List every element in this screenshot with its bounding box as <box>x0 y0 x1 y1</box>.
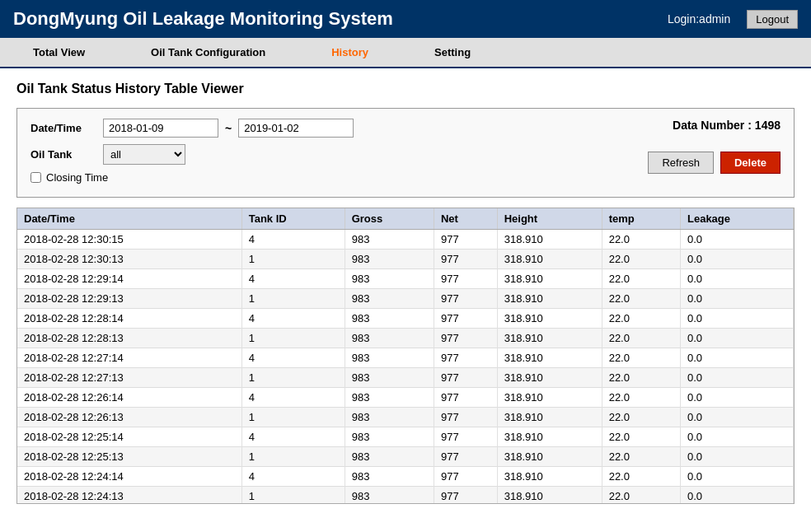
table-cell: 977 <box>434 230 497 250</box>
table-cell: 2018-02-28 12:30:13 <box>17 250 241 269</box>
filter-actions: Refresh Delete <box>648 152 781 174</box>
table-cell: 1 <box>241 289 345 309</box>
table-cell: 318.910 <box>497 467 602 487</box>
col-header-net: Net <box>434 208 497 230</box>
table-cell: 4 <box>241 388 345 408</box>
app-title: DongMyung Oil Leakage Monitoring System <box>13 8 393 30</box>
table-row: 2018-02-28 12:29:131983977318.91022.00.0 <box>17 289 794 309</box>
table-cell: 1 <box>241 368 345 388</box>
login-info: Login:admin <box>668 12 730 26</box>
oil-tank-row: Oil Tank all 1 2 3 4 <box>30 144 616 165</box>
table-cell: 977 <box>434 368 497 388</box>
table-cell: 977 <box>434 348 497 368</box>
table-cell: 977 <box>434 289 497 309</box>
table-cell: 1 <box>241 250 345 269</box>
table-cell: 0.0 <box>680 467 793 487</box>
table-cell: 22.0 <box>602 230 680 250</box>
table-cell: 0.0 <box>680 329 793 348</box>
table-cell: 22.0 <box>602 269 680 289</box>
oil-tank-select[interactable]: all 1 2 3 4 <box>103 144 185 165</box>
table-cell: 2018-02-28 12:27:14 <box>17 348 241 368</box>
table-cell: 2018-02-28 12:27:13 <box>17 368 241 388</box>
table-row: 2018-02-28 12:26:131983977318.91022.00.0 <box>17 408 794 427</box>
table-row: 2018-02-28 12:30:131983977318.91022.00.0 <box>17 250 794 269</box>
table-cell: 2018-02-28 12:24:14 <box>17 467 241 487</box>
table-cell: 318.910 <box>497 447 602 467</box>
table-cell: 4 <box>241 230 345 250</box>
table-cell: 2018-02-28 12:30:15 <box>17 230 241 250</box>
table-cell: 983 <box>345 289 434 309</box>
table-cell: 22.0 <box>602 309 680 329</box>
table-cell: 318.910 <box>497 289 602 309</box>
history-table-wrapper[interactable]: Date/Time Tank ID Gross Net Height temp … <box>16 208 795 504</box>
table-cell: 977 <box>434 427 497 447</box>
table-row: 2018-02-28 12:24:144983977318.91022.00.0 <box>17 467 794 487</box>
table-cell: 977 <box>434 467 497 487</box>
navigation: Total View Oil Tank Configuration Histor… <box>0 38 811 68</box>
table-cell: 2018-02-28 12:26:13 <box>17 408 241 427</box>
history-table: Date/Time Tank ID Gross Net Height temp … <box>17 208 794 504</box>
table-cell: 0.0 <box>680 289 793 309</box>
table-header-row: Date/Time Tank ID Gross Net Height temp … <box>17 208 794 230</box>
nav-item-setting[interactable]: Setting <box>401 38 504 67</box>
table-row: 2018-02-28 12:25:144983977318.91022.00.0 <box>17 427 794 447</box>
logout-button[interactable]: Logout <box>747 10 798 29</box>
col-header-gross: Gross <box>345 208 434 230</box>
table-cell: 318.910 <box>497 269 602 289</box>
table-cell: 22.0 <box>602 447 680 467</box>
table-cell: 2018-02-28 12:28:14 <box>17 309 241 329</box>
col-header-temp: temp <box>602 208 680 230</box>
table-cell: 4 <box>241 348 345 368</box>
col-header-tank-id: Tank ID <box>241 208 345 230</box>
date-from-input[interactable] <box>103 119 218 138</box>
table-cell: 977 <box>434 309 497 329</box>
table-cell: 22.0 <box>602 348 680 368</box>
table-cell: 977 <box>434 408 497 427</box>
table-cell: 983 <box>345 230 434 250</box>
table-cell: 2018-02-28 12:25:14 <box>17 427 241 447</box>
data-number-row: Data Number : 1498 <box>669 119 781 132</box>
table-row: 2018-02-28 12:30:154983977318.91022.00.0 <box>17 230 794 250</box>
table-cell: 983 <box>345 487 434 505</box>
table-cell: 977 <box>434 487 497 505</box>
table-cell: 22.0 <box>602 289 680 309</box>
table-cell: 4 <box>241 309 345 329</box>
page-title: Oil Tank Status History Table Viewer <box>16 82 795 96</box>
table-cell: 318.910 <box>497 309 602 329</box>
data-number-label: Data Number <box>673 119 744 132</box>
table-cell: 22.0 <box>602 250 680 269</box>
table-cell: 983 <box>345 467 434 487</box>
table-cell: 0.0 <box>680 348 793 368</box>
table-cell: 0.0 <box>680 368 793 388</box>
table-body: 2018-02-28 12:30:154983977318.91022.00.0… <box>17 230 794 505</box>
date-to-input[interactable] <box>238 119 354 138</box>
table-cell: 318.910 <box>497 388 602 408</box>
nav-item-total-view[interactable]: Total View <box>0 38 118 67</box>
closing-time-checkbox[interactable] <box>30 172 41 183</box>
nav-item-history[interactable]: History <box>298 38 401 67</box>
nav-item-oil-tank-config[interactable]: Oil Tank Configuration <box>118 38 298 67</box>
delete-button[interactable]: Delete <box>720 152 781 174</box>
filter-right: Data Number : 1498 Refresh Delete <box>616 119 781 174</box>
table-cell: 1 <box>241 329 345 348</box>
table-cell: 22.0 <box>602 368 680 388</box>
table-row: 2018-02-28 12:28:131983977318.91022.00.0 <box>17 329 794 348</box>
table-cell: 983 <box>345 368 434 388</box>
table-cell: 4 <box>241 427 345 447</box>
table-cell: 0.0 <box>680 250 793 269</box>
filter-left: Date/Time ~ Oil Tank all 1 2 3 4 <box>30 119 616 187</box>
table-cell: 318.910 <box>497 487 602 505</box>
table-cell: 22.0 <box>602 427 680 447</box>
closing-time-row: Closing Time <box>30 171 616 184</box>
date-time-row: Date/Time ~ <box>30 119 616 138</box>
table-cell: 318.910 <box>497 408 602 427</box>
refresh-button[interactable]: Refresh <box>648 152 714 174</box>
table-cell: 977 <box>434 329 497 348</box>
table-cell: 318.910 <box>497 348 602 368</box>
table-cell: 318.910 <box>497 250 602 269</box>
table-row: 2018-02-28 12:24:131983977318.91022.00.0 <box>17 487 794 505</box>
date-time-label: Date/Time <box>30 122 96 134</box>
data-number-value: 1498 <box>755 119 781 132</box>
table-cell: 22.0 <box>602 329 680 348</box>
table-cell: 318.910 <box>497 427 602 447</box>
